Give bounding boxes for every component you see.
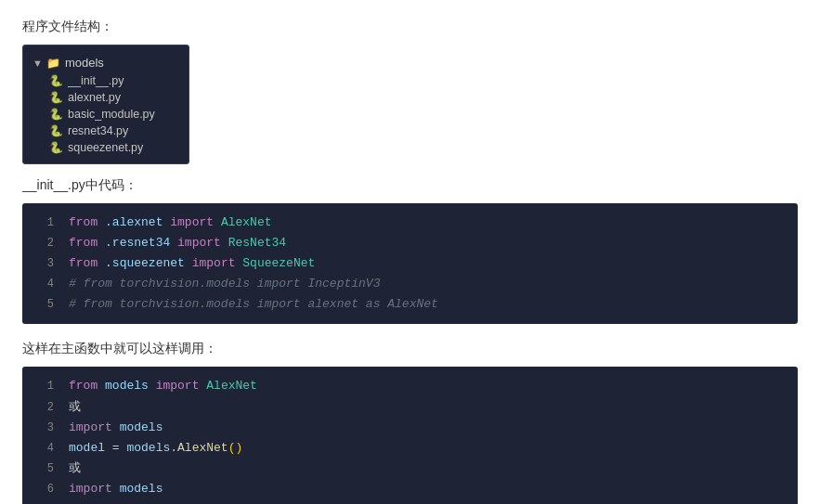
- code-line-2-7: 7 model = getattr('models', 'AlexNet')(): [22, 499, 798, 504]
- code-line-2-4: 4 model = models.AlexNet(): [22, 438, 798, 459]
- folder-icon: 📁: [46, 57, 60, 70]
- code-line-2-6: 6 import models: [22, 479, 798, 499]
- section2-title: __init__.py中代码：: [22, 177, 798, 194]
- file-name-resnet: resnet34.py: [68, 124, 128, 137]
- code-line-2-5: 5 或: [22, 459, 798, 479]
- file-basic: 🐍 basic_module.py: [23, 106, 189, 123]
- file-name-init: __init__.py: [68, 74, 124, 87]
- file-name-basic: basic_module.py: [68, 108, 155, 121]
- code-line-2-2: 2 或: [22, 397, 798, 418]
- code-line-2-1: 1 from models import AlexNet: [22, 376, 798, 396]
- section1-title: 程序文件结构：: [22, 19, 798, 35]
- file-resnet: 🐍 resnet34.py: [23, 123, 189, 139]
- section3-title: 这样在主函数中就可以这样调用：: [22, 341, 798, 357]
- file-icon-squeezenet: 🐍: [49, 141, 63, 154]
- code-line-2-3: 3 import models: [22, 418, 798, 438]
- file-icon-resnet: 🐍: [49, 124, 63, 137]
- folder-name: models: [65, 56, 104, 70]
- file-icon-basic: 🐍: [49, 108, 63, 121]
- file-name-squeezenet: squeezenet.py: [68, 141, 143, 154]
- code-block-2: 1 from models import AlexNet 2 或 3 impor…: [22, 367, 798, 504]
- file-icon-alexnet: 🐍: [49, 91, 63, 104]
- code-line-1-2: 2 from .resnet34 import ResNet34: [22, 233, 798, 253]
- code-block-1: 1 from .alexnet import AlexNet 2 from .r…: [22, 203, 798, 324]
- folder-arrow-icon: ▼: [33, 58, 43, 69]
- file-name-alexnet: alexnet.py: [68, 91, 121, 104]
- code-line-1-4: 4 # from torchvision.models import Incep…: [22, 274, 798, 294]
- code-line-1-1: 1 from .alexnet import AlexNet: [22, 213, 798, 233]
- file-alexnet: 🐍 alexnet.py: [23, 89, 189, 106]
- file-icon-init: 🐍: [49, 74, 63, 87]
- folder-models: ▼ 📁 models: [23, 53, 189, 72]
- file-init: 🐍 __init__.py: [23, 72, 189, 89]
- code-line-1-5: 5 # from torchvision.models import alexn…: [22, 294, 798, 315]
- file-tree: ▼ 📁 models 🐍 __init__.py 🐍 alexnet.py 🐍 …: [22, 45, 189, 164]
- code-line-1-3: 3 from .squeezenet import SqueezeNet: [22, 253, 798, 274]
- file-squeezenet: 🐍 squeezenet.py: [23, 139, 189, 156]
